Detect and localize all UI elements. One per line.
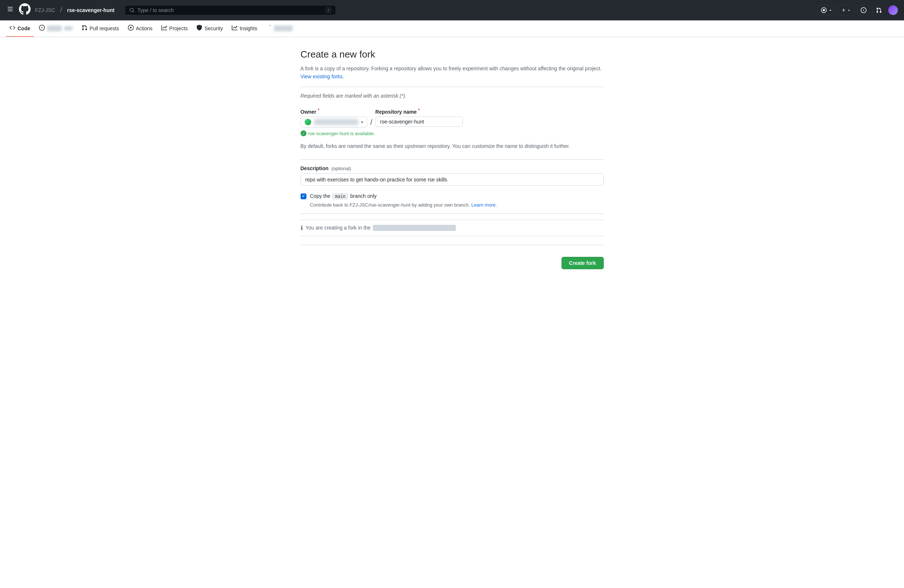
repo-nav: Code Issues 00 Pull requests Actions Pro…: [0, 21, 904, 37]
tab-actions[interactable]: Actions: [124, 21, 156, 37]
divider-2: [300, 159, 604, 160]
repo-name-required-mark: *: [418, 107, 420, 112]
chevron-down-small-icon: [847, 8, 851, 13]
description-group: Description (optional): [300, 165, 604, 193]
search-kbd-hint: /: [326, 7, 331, 13]
github-logo[interactable]: [19, 3, 31, 17]
fork-word: fork: [305, 66, 313, 71]
tab-insights[interactable]: Insights: [228, 21, 261, 37]
description-label: Description (optional): [300, 165, 604, 171]
tab-settings[interactable]: Settings: [262, 21, 296, 37]
avatar-image: [888, 5, 898, 15]
hamburger-menu-button[interactable]: [6, 5, 14, 15]
owner-form-group: Owner * redacted-username ▾: [300, 107, 367, 128]
page-title: Create a new fork: [300, 49, 604, 60]
copy-branch-row: Copy the main branch only: [300, 193, 604, 199]
owner-avatar: [305, 119, 311, 125]
repo-name-form-group: Repository name *: [375, 107, 463, 127]
pr-tab-icon: [82, 25, 87, 32]
learn-more-link[interactable]: Learn more.: [471, 202, 497, 208]
divider-1: [300, 87, 604, 87]
main-content: Create a new fork A fork is a copy of a …: [292, 49, 613, 269]
desc-middle: is a copy of a repository. Forking a rep…: [313, 66, 602, 71]
info-text: You are creating a fork in the redacted-…: [306, 225, 457, 231]
required-note: Required fields are marked with an aster…: [300, 93, 604, 99]
repo-name-input[interactable]: [375, 117, 463, 127]
repo-name-header[interactable]: rse-scavenger-hunt: [67, 7, 114, 13]
settings-tab-icon: [266, 25, 272, 32]
issues-badge: 00: [64, 26, 73, 31]
org-name[interactable]: FZJ-JSC: [35, 7, 55, 13]
owner-repo-row: Owner * redacted-username ▾ / Repository…: [300, 107, 604, 128]
description-input[interactable]: [300, 174, 604, 186]
owner-repo-slash: /: [370, 107, 372, 127]
slash-key: /: [326, 7, 331, 13]
issues-queue-button[interactable]: [857, 5, 870, 15]
org-blurred-text: redacted-org-name organization.: [373, 225, 456, 231]
actions-row: Create fork: [300, 251, 604, 269]
copy-branch-checkbox[interactable]: [300, 193, 307, 199]
search-icon: [130, 8, 134, 13]
search-container: Type / to search /: [125, 5, 336, 15]
tab-security-label: Security: [204, 25, 223, 31]
tab-pr-label: Pull requests: [90, 25, 119, 31]
chevron-down-icon: [828, 8, 833, 13]
issues-icon: [861, 7, 866, 13]
available-text: rse-scavenger-hunt is available.: [308, 131, 375, 136]
plus-icon: +: [842, 7, 846, 13]
divider-3: [300, 213, 604, 214]
code-icon: [9, 25, 15, 32]
owner-select[interactable]: redacted-username ▾: [300, 117, 367, 128]
projects-tab-icon: [161, 25, 167, 32]
header-right-controls: +: [818, 5, 898, 16]
tab-actions-label: Actions: [136, 25, 153, 31]
insights-tab-icon: [232, 25, 237, 32]
tab-issues-label: Issues: [47, 25, 62, 31]
avatar[interactable]: [888, 5, 898, 15]
tab-code-label: Code: [17, 25, 30, 31]
tab-pull-requests[interactable]: Pull requests: [78, 21, 123, 37]
default-name-note: By default, forks are named the same as …: [300, 142, 604, 150]
copilot-icon: [821, 7, 827, 13]
pr-icon: [876, 7, 882, 13]
page-description: A fork is a copy of a repository. Forkin…: [300, 65, 604, 81]
tab-code[interactable]: Code: [6, 21, 34, 37]
desc-prefix: A: [300, 66, 305, 71]
repo-name-label: Repository name *: [375, 107, 463, 115]
create-fork-button[interactable]: Create fork: [561, 257, 604, 269]
svg-point-1: [823, 9, 825, 11]
tab-settings-label: Settings: [274, 25, 292, 31]
owner-name: redacted-username: [314, 119, 358, 125]
owner-required-mark: *: [318, 107, 319, 112]
pull-request-button[interactable]: [873, 5, 885, 15]
actions-tab-icon: [128, 25, 134, 32]
tab-insights-label: Insights: [240, 25, 257, 31]
tab-projects[interactable]: Projects: [158, 21, 192, 37]
contribute-note: Contribute back to FZJ-JSC/rse-scavenger…: [310, 202, 604, 208]
security-tab-icon: [196, 25, 202, 32]
site-header: FZJ-JSC / rse-scavenger-hunt Type / to s…: [0, 0, 904, 21]
tab-projects-label: Projects: [169, 25, 188, 31]
tab-issues[interactable]: Issues 00: [35, 21, 76, 37]
search-box[interactable]: Type / to search /: [125, 5, 336, 15]
availability-message: ✓ rse-scavenger-hunt is available.: [300, 130, 604, 136]
new-item-button[interactable]: +: [839, 5, 855, 16]
owner-label: Owner *: [300, 107, 367, 115]
search-placeholder: Type / to search: [137, 7, 326, 13]
tab-security[interactable]: Security: [193, 21, 227, 37]
copilot-button[interactable]: [818, 5, 836, 15]
view-existing-forks-link[interactable]: View existing forks.: [300, 74, 345, 79]
fork-org-info: ℹ You are creating a fork in the redacte…: [300, 220, 604, 236]
branch-name: main: [332, 193, 348, 199]
path-separator: /: [60, 6, 62, 14]
owner-dropdown-chevron-icon: ▾: [361, 120, 363, 125]
issues-tab-icon: [39, 25, 45, 32]
check-icon: ✓: [300, 130, 307, 136]
info-icon: ℹ: [300, 224, 303, 231]
copy-branch-label: Copy the main branch only: [310, 193, 377, 199]
